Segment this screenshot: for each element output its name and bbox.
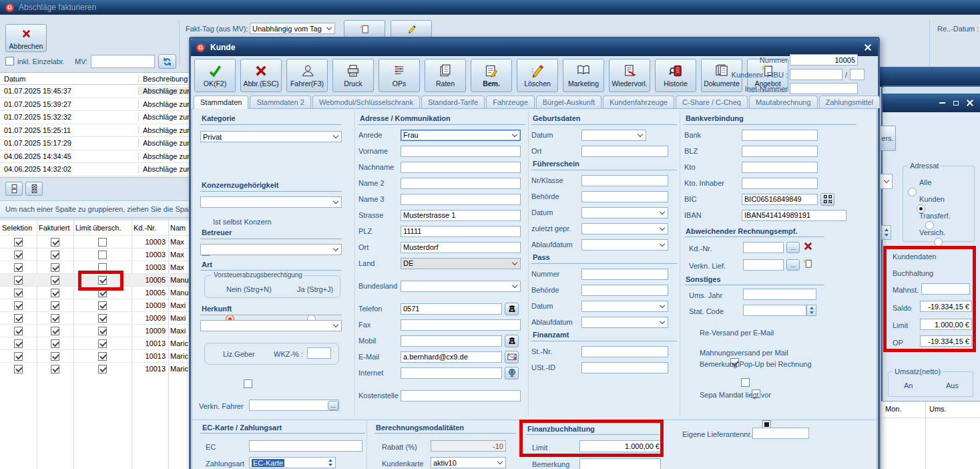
ums-jahr-input[interactable]: [743, 289, 816, 300]
verkn-lief-browse-button[interactable]: ...: [786, 259, 800, 271]
fibu-limit-input[interactable]: [579, 440, 662, 452]
fakturiert-checkbox[interactable]: [51, 263, 59, 272]
table-row[interactable]: 10009Maxi: [0, 311, 189, 324]
konzern-select[interactable]: [200, 196, 342, 208]
log-row[interactable]: 01.07.2025 15:45:37Abschläge zur: [0, 85, 189, 98]
tab-b-rgel-auskunft[interactable]: Bürgel-Auskunft: [536, 96, 601, 108]
table-row[interactable]: 10013Maric: [0, 337, 189, 349]
ust-id-input[interactable]: [581, 362, 668, 373]
verkn-fahrer-browse-button[interactable]: ...: [328, 401, 338, 410]
stat-code-spinner[interactable]: [806, 305, 816, 316]
limit-uebersch-checkbox[interactable]: [98, 352, 107, 361]
selektion-checkbox[interactable]: [14, 365, 23, 373]
kunde-close-icon[interactable]: [865, 44, 871, 51]
mv-refresh-button[interactable]: [158, 54, 176, 69]
toolbar-fahrer-f3-button[interactable]: Fahrer(F3): [286, 59, 328, 92]
phone-button[interactable]: [505, 303, 519, 315]
partial-combobox[interactable]: [880, 174, 893, 189]
tab-stammdaten[interactable]: Stammdaten: [194, 96, 248, 109]
table-column-nam[interactable]: Nam: [168, 224, 189, 232]
table-row[interactable]: 10003Max: [0, 261, 189, 273]
limit-uebersch-checkbox[interactable]: [98, 263, 107, 272]
log-row[interactable]: 04.06.2025 14:32:02Abschläge zur: [0, 163, 189, 176]
ec-input[interactable]: [249, 440, 362, 452]
datum-select[interactable]: [581, 207, 668, 218]
toolbar-bem-button[interactable]: Bem.: [471, 59, 512, 92]
toolbar-ok-f2-button[interactable]: OK(F2): [194, 59, 236, 92]
log-row[interactable]: 01.07.2025 15:25:11Abschläge zur: [0, 124, 189, 138]
zuletzt-gepr-select[interactable]: [581, 223, 668, 234]
limit-uebersch-checkbox[interactable]: [98, 339, 107, 348]
limit-uebersch-checkbox[interactable]: [98, 238, 107, 247]
fakturiert-checkbox[interactable]: [51, 289, 59, 297]
plz-input[interactable]: [401, 226, 521, 237]
limit-uebersch-checkbox[interactable]: [98, 289, 107, 297]
tab-standard-tarife[interactable]: Standard-Tarife: [421, 96, 485, 108]
bic-input[interactable]: [742, 194, 818, 205]
anrede-select[interactable]: Frau: [401, 130, 521, 141]
selektion-checkbox[interactable]: [14, 276, 23, 285]
tab-mautabrechnung[interactable]: Mautabrechnung: [749, 96, 818, 108]
fibu-bemerkung-input[interactable]: [579, 458, 661, 469]
new-document-button[interactable]: [344, 20, 385, 37]
iban-input[interactable]: [742, 210, 846, 221]
partial-spinner[interactable]: [881, 225, 891, 240]
fakturiert-checkbox[interactable]: [51, 301, 59, 310]
tab-kundenfahrzeuge[interactable]: Kundenfahrzeuge: [603, 96, 674, 108]
select-all-button[interactable]: [25, 182, 43, 196]
name-3-input[interactable]: [401, 194, 521, 205]
selektion-checkbox[interactable]: [14, 263, 23, 272]
abw-kd-nr-browse-button[interactable]: ...: [786, 242, 800, 253]
table-row[interactable]: 10005Manu: [0, 273, 189, 286]
fax-input[interactable]: [401, 319, 521, 331]
table-row[interactable]: 10003Max: [0, 235, 189, 248]
minimize-icon[interactable]: [939, 102, 945, 104]
mail-button[interactable]: [505, 351, 519, 363]
mobil-input[interactable]: [401, 335, 502, 347]
selektion-checkbox[interactable]: [14, 314, 23, 323]
tab-fahrzeuge[interactable]: Fahrzeuge: [486, 96, 535, 108]
abw-kd-nr-input[interactable]: [743, 242, 784, 253]
eigene-lieferantennr-input[interactable]: [752, 428, 809, 439]
log-row[interactable]: 01.07.2025 15:32:32Abschläge zur: [0, 111, 189, 124]
inet-nummer-input[interactable]: [790, 83, 858, 94]
fakturiert-checkbox[interactable]: [51, 365, 59, 373]
beh-rde-input[interactable]: [581, 285, 668, 296]
limit-uebersch-checkbox[interactable]: [98, 276, 107, 285]
betreuer-select[interactable]: [200, 244, 342, 255]
selektion-checkbox[interactable]: [14, 238, 23, 247]
fakturiert-checkbox[interactable]: [51, 314, 59, 323]
fibu-input-2[interactable]: [850, 69, 865, 80]
fakturiert-checkbox[interactable]: [51, 339, 59, 348]
st-nr-input[interactable]: [581, 346, 668, 357]
ablaufdatum-select[interactable]: [581, 239, 668, 251]
toolbar-druck-button[interactable]: Druck: [332, 59, 374, 92]
log-row[interactable]: 01.07.2025 15:17:29Abschläge zur: [0, 137, 189, 150]
table-row[interactable]: 10013Maric: [0, 362, 189, 375]
log-row[interactable]: 04.06.2025 14:34:45Abschläge zur: [0, 150, 189, 164]
datum-select[interactable]: [581, 130, 646, 141]
toolbar-abbr-esc-button[interactable]: Abbr.(ESC): [240, 59, 282, 92]
kategorie-select[interactable]: Privat: [200, 131, 342, 142]
strasse-input[interactable]: [401, 210, 521, 221]
bundesland-select[interactable]: [401, 281, 521, 292]
nr-klasse-input[interactable]: [581, 175, 668, 186]
bank-input[interactable]: [742, 130, 818, 141]
ort-input[interactable]: [401, 242, 521, 253]
table-column-fakturiert[interactable]: Fakturiert: [37, 224, 73, 232]
herkunft-select[interactable]: [200, 320, 342, 331]
tab-c-share-c-cheq[interactable]: C-Share / C-Cheq: [676, 96, 748, 108]
telefon-input[interactable]: [401, 303, 502, 315]
fakturiert-checkbox[interactable]: [51, 251, 59, 259]
selektion-checkbox[interactable]: [14, 289, 23, 297]
mahnst-input[interactable]: [921, 283, 970, 295]
table-column-kd-nr[interactable]: Kd.-Nr.: [132, 224, 168, 232]
table-column-selektion[interactable]: Selektion: [0, 224, 37, 232]
land-select[interactable]: DE: [401, 258, 521, 269]
partial-button[interactable]: ers.: [880, 126, 896, 151]
verkn-lief-new-icon[interactable]: [803, 259, 813, 269]
ablaufdatum-select[interactable]: [581, 317, 668, 328]
limit-uebersch-checkbox[interactable]: [98, 251, 107, 259]
e-mail-input[interactable]: [401, 351, 502, 363]
wkz-input[interactable]: [307, 347, 331, 359]
